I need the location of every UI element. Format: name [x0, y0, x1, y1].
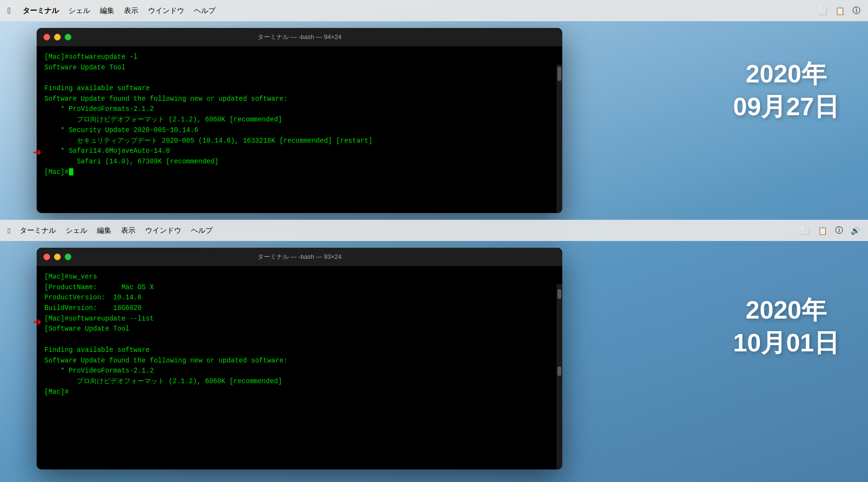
- volume-icon-bottom[interactable]: 🔊: [851, 226, 860, 235]
- app-name-top[interactable]: ターミナル: [23, 6, 59, 15]
- menubar-top:  ターミナル シェル 編集 表示 ウインドウ ヘルプ ⬜ 📋 ⓘ: [0, 0, 868, 21]
- terminal-body-2[interactable]: [Mac]#sw_vers [ProductName: Mac OS X Pro…: [37, 266, 562, 403]
- terminal-line: * Safari14.0MojaveAuto-14.0: [44, 146, 555, 157]
- terminal-line: セキュリティアップデート 2020-005 (10.14.6), 1633218…: [44, 136, 555, 147]
- terminal-title-1: ターミナル — -bash — 94×24: [258, 33, 341, 41]
- menu-shell-top[interactable]: シェル: [68, 6, 90, 15]
- terminal-line: ProductVersion: 10.14.6: [44, 293, 555, 303]
- terminal-line: [Mac]#: [44, 387, 555, 398]
- date-1: 2020年 09月27日: [733, 58, 839, 123]
- menubar-bottom:  ターミナル シェル 編集 表示 ウインドウ ヘルプ ⬜ 📋 ⓘ 🔊: [0, 220, 868, 241]
- date1-line2: 09月27日: [733, 91, 839, 123]
- menu-window-top[interactable]: ウインドウ: [148, 6, 184, 15]
- terminal-line: プロ向けビデオフォーマット (2.1.2), 6060K [recommende…: [44, 376, 555, 387]
- menu-edit-bottom[interactable]: 編集: [97, 226, 111, 235]
- terminal-line: * ProVideoFormats-2.1.2: [44, 104, 555, 115]
- app-name-bottom[interactable]: ターミナル: [20, 226, 56, 235]
- window-icon-top[interactable]: ⬜: [818, 6, 827, 15]
- minimize-button-2[interactable]: [54, 254, 61, 260]
- terminal-line: プロ向けビデオフォーマット (2.1.2), 6060K [recommende…: [44, 115, 555, 125]
- scrollbar-thumb-2b[interactable]: [557, 366, 561, 376]
- maximize-button-1[interactable]: [65, 34, 71, 40]
- terminal-line: Software Update found the following new …: [44, 94, 555, 105]
- terminal-line: BuildVersion: 18G6020: [44, 303, 555, 314]
- apple-menu[interactable]: : [8, 6, 11, 16]
- menu-help-bottom[interactable]: ヘルプ: [191, 226, 213, 235]
- close-button-2[interactable]: [43, 254, 50, 260]
- terminal-line: Finding available software: [44, 345, 555, 356]
- terminal-titlebar-1: ターミナル — -bash — 94×24: [37, 28, 562, 46]
- maximize-button-2[interactable]: [65, 254, 71, 260]
- info-icon-bottom[interactable]: ⓘ: [835, 226, 843, 236]
- terminal-line: * Security Update 2020-005-10.14.6: [44, 125, 555, 136]
- terminal-line: * ProVideoFormats-2.1.2: [44, 366, 555, 376]
- menu-view-bottom[interactable]: 表示: [121, 226, 136, 235]
- date2-line1: 2020年: [733, 294, 839, 327]
- terminal-line: [44, 73, 555, 83]
- terminal-line: [Mac]#softwareupdate -l: [44, 52, 555, 63]
- menubar-right-top: ⬜ 📋 ⓘ: [818, 6, 860, 16]
- apple-menu-2[interactable]: : [8, 227, 10, 235]
- scrollbar-thumb-1[interactable]: [557, 67, 561, 81]
- scrollbar-thumb-2[interactable]: [557, 289, 561, 299]
- menu-shell-bottom[interactable]: シェル: [66, 226, 87, 235]
- terminal-titlebar-2: ターミナル — -bash — 93×24: [37, 248, 562, 266]
- terminal-line: [Mac]#: [44, 167, 555, 178]
- date-2: 2020年 10月01日: [733, 294, 839, 359]
- menu-edit-top[interactable]: 編集: [100, 6, 114, 15]
- traffic-lights-2: [43, 254, 71, 260]
- red-arrow-2: ➜: [33, 316, 41, 328]
- terminal-body-1[interactable]: [Mac]#softwareupdate -l Software Update …: [37, 46, 562, 183]
- menu-window-bottom[interactable]: ウインドウ: [145, 226, 181, 235]
- terminal-line: Software Update found the following new …: [44, 356, 555, 366]
- terminal-line: [Mac]#sw_vers: [44, 272, 555, 282]
- terminal-line: Safari (14.0), 67309K [recommended]: [44, 157, 555, 167]
- terminal-line: [ProductName: Mac OS X: [44, 282, 555, 293]
- terminal-title-2: ターミナル — -bash — 93×24: [258, 253, 341, 261]
- date2-line2: 10月01日: [733, 327, 839, 360]
- menu-help-top[interactable]: ヘルプ: [194, 6, 216, 15]
- terminal-line: [Software Update Tool: [44, 324, 555, 335]
- minimize-button-1[interactable]: [54, 34, 61, 40]
- terminal-line: Software Update Tool: [44, 63, 555, 73]
- terminal-window-2: ターミナル — -bash — 93×24 [Mac]#sw_vers [Pro…: [37, 248, 562, 469]
- terminal-window-1: ターミナル — -bash — 94×24 [Mac]#softwareupda…: [37, 28, 562, 213]
- scrollbar-2[interactable]: [556, 284, 562, 469]
- red-arrow-1: ➜: [33, 146, 41, 159]
- date1-line1: 2020年: [733, 58, 839, 91]
- info-icon-top[interactable]: ⓘ: [853, 6, 860, 16]
- scrollbar-1[interactable]: [556, 65, 562, 213]
- close-button-1[interactable]: [43, 34, 50, 40]
- menubar-right-bottom: ⬜ 📋 ⓘ 🔊: [800, 226, 860, 236]
- window-icon-bottom[interactable]: ⬜: [800, 226, 810, 235]
- clipboard-icon-top[interactable]: 📋: [835, 6, 845, 15]
- terminal-line: [Mac]#softwareupdate --list: [44, 314, 555, 324]
- traffic-lights-1: [43, 34, 71, 40]
- terminal-line: Finding available software: [44, 83, 555, 94]
- menu-view-top[interactable]: 表示: [124, 6, 138, 15]
- clipboard-icon-bottom[interactable]: 📋: [818, 226, 827, 235]
- terminal-line: [44, 335, 555, 345]
